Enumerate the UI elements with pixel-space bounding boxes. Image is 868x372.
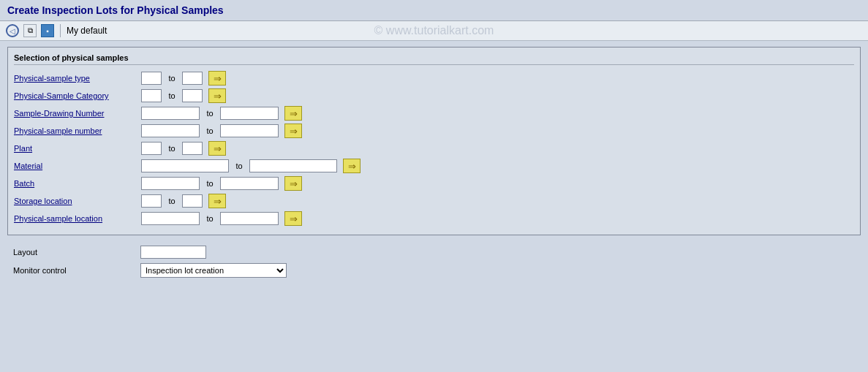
copy-icon[interactable]: ⧉ bbox=[23, 24, 37, 37]
row-physical-sample-location: Physical-sample location to ⇒ bbox=[14, 211, 854, 226]
to-label-1: to bbox=[165, 74, 179, 83]
input-physical-sample-type-from[interactable] bbox=[141, 72, 162, 85]
label-batch[interactable]: Batch bbox=[14, 179, 138, 188]
toolbar-separator bbox=[60, 24, 61, 37]
input-physical-sample-type-to[interactable] bbox=[182, 72, 203, 85]
label-physical-sample-number[interactable]: Physical-sample number bbox=[14, 126, 138, 135]
arrow-btn-1[interactable]: ⇒ bbox=[208, 71, 226, 86]
save-icon[interactable]: ▪ bbox=[41, 24, 54, 37]
input-storage-location-to[interactable] bbox=[182, 194, 203, 208]
input-physical-sample-location-from[interactable] bbox=[141, 212, 200, 225]
section-title: Selection of physical samples bbox=[14, 53, 854, 65]
row-storage-location: Storage location to ⇒ bbox=[14, 194, 854, 208]
monitor-row: Monitor control Inspection lot creation … bbox=[13, 263, 855, 278]
arrow-btn-4[interactable]: ⇒ bbox=[284, 124, 302, 138]
to-label-9: to bbox=[203, 214, 217, 223]
bottom-form: Layout Monitor control Inspection lot cr… bbox=[7, 243, 861, 285]
main-content: Selection of physical samples Physical-s… bbox=[0, 41, 868, 291]
input-batch-to[interactable] bbox=[220, 177, 279, 190]
row-physical-sample-category: Physical-Sample Category to ⇒ bbox=[14, 88, 854, 103]
input-storage-location-from[interactable] bbox=[141, 194, 162, 208]
input-batch-from[interactable] bbox=[141, 177, 200, 190]
layout-input[interactable] bbox=[140, 246, 206, 259]
label-physical-sample-type[interactable]: Physical-sample type bbox=[14, 74, 138, 83]
monitor-select[interactable]: Inspection lot creation Monitor display … bbox=[140, 263, 287, 278]
arrow-btn-5[interactable]: ⇒ bbox=[208, 141, 226, 156]
label-sample-drawing-number[interactable]: Sample-Drawing Number bbox=[14, 109, 138, 118]
profile-label: My default bbox=[67, 26, 107, 36]
input-sample-drawing-number-from[interactable] bbox=[141, 107, 200, 120]
input-physical-sample-number-from[interactable] bbox=[141, 124, 200, 137]
arrow-btn-9[interactable]: ⇒ bbox=[284, 211, 302, 226]
to-label-6: to bbox=[232, 162, 246, 170]
input-material-to[interactable] bbox=[249, 159, 337, 172]
arrow-btn-8[interactable]: ⇒ bbox=[208, 194, 226, 208]
row-material: Material to ⇒ bbox=[14, 159, 854, 173]
input-physical-sample-location-to[interactable] bbox=[220, 212, 279, 225]
arrow-btn-3[interactable]: ⇒ bbox=[284, 106, 302, 121]
row-physical-sample-number: Physical-sample number to ⇒ bbox=[14, 124, 854, 138]
label-physical-sample-category[interactable]: Physical-Sample Category bbox=[14, 91, 138, 100]
label-material[interactable]: Material bbox=[14, 162, 138, 170]
label-physical-sample-location[interactable]: Physical-sample location bbox=[14, 214, 138, 223]
label-plant[interactable]: Plant bbox=[14, 144, 138, 153]
layout-row: Layout bbox=[13, 246, 855, 259]
monitor-label: Monitor control bbox=[13, 266, 137, 275]
to-label-5: to bbox=[165, 144, 179, 153]
row-sample-drawing-number: Sample-Drawing Number to ⇒ bbox=[14, 106, 854, 121]
watermark: © www.tutorialkart.com bbox=[374, 24, 494, 37]
input-physical-sample-category-to[interactable] bbox=[182, 89, 203, 102]
input-physical-sample-category-from[interactable] bbox=[141, 89, 162, 102]
input-plant-from[interactable] bbox=[141, 142, 162, 155]
page-title: Create Inspection Lots for Physical Samp… bbox=[7, 4, 224, 16]
input-material-from[interactable] bbox=[141, 159, 229, 172]
arrow-btn-2[interactable]: ⇒ bbox=[208, 88, 226, 103]
to-label-2: to bbox=[165, 91, 179, 100]
toolbar: ◁ ⧉ ▪ My default © www.tutorialkart.com bbox=[0, 21, 868, 41]
title-bar: Create Inspection Lots for Physical Samp… bbox=[0, 0, 868, 21]
back-icon[interactable]: ◁ bbox=[6, 24, 19, 37]
to-label-3: to bbox=[203, 109, 217, 118]
to-label-4: to bbox=[203, 126, 217, 135]
row-physical-sample-type: Physical-sample type to ⇒ bbox=[14, 71, 854, 86]
arrow-btn-7[interactable]: ⇒ bbox=[284, 176, 302, 191]
arrow-btn-6[interactable]: ⇒ bbox=[343, 159, 361, 173]
input-sample-drawing-number-to[interactable] bbox=[220, 107, 279, 120]
to-label-8: to bbox=[165, 197, 179, 205]
label-storage-location[interactable]: Storage location bbox=[14, 197, 138, 205]
layout-label: Layout bbox=[13, 248, 137, 257]
row-batch: Batch to ⇒ bbox=[14, 176, 854, 191]
selection-section: Selection of physical samples Physical-s… bbox=[7, 47, 861, 235]
to-label-7: to bbox=[203, 179, 217, 188]
row-plant: Plant to ⇒ bbox=[14, 141, 854, 156]
input-plant-to[interactable] bbox=[182, 142, 203, 155]
input-physical-sample-number-to[interactable] bbox=[220, 124, 279, 137]
